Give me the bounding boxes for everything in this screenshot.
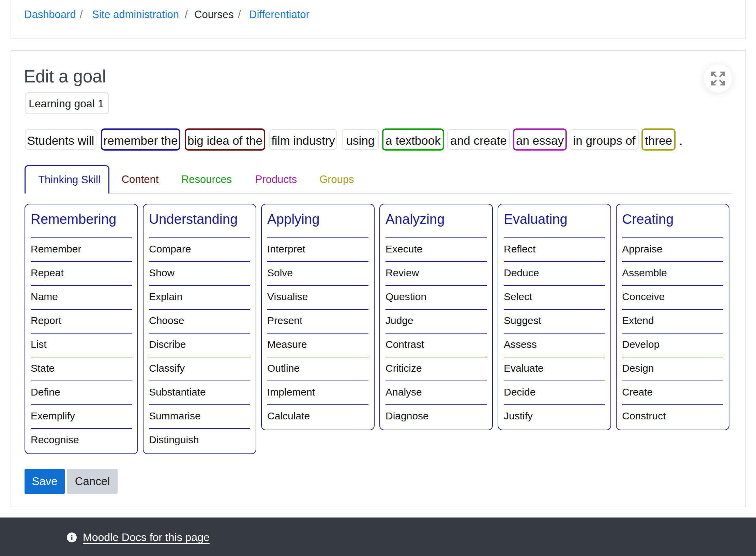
svg-text:i: i <box>71 533 73 542</box>
